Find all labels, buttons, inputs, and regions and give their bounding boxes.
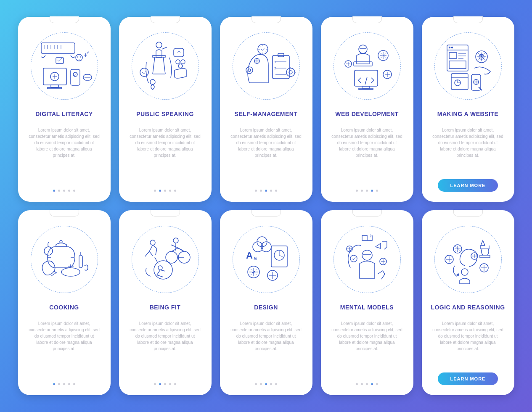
onboarding-card: WEB DEVELOPMENTLorem ipsum dolor sit ame… — [321, 17, 413, 202]
page-indicator — [255, 383, 277, 385]
page-dot[interactable] — [371, 383, 373, 385]
page-dot[interactable] — [260, 190, 262, 192]
onboarding-card: LOGIC AND REASONINGLorem ipsum dolor sit… — [422, 210, 514, 395]
page-dot[interactable] — [356, 190, 358, 192]
self-management-icon: 1 2 — [230, 30, 302, 102]
row-1: DIGITAL LITERACYLorem ipsum dolor sit am… — [18, 17, 514, 202]
page-dot[interactable] — [366, 190, 368, 192]
card-description: Lorem ipsum dolor sit amet, consectetur … — [126, 320, 205, 352]
svg-rect-11 — [153, 55, 165, 57]
card-description: Lorem ipsum dolor sit amet, consectetur … — [227, 127, 306, 158]
phone-notch — [50, 16, 79, 23]
page-dot[interactable] — [53, 383, 55, 385]
page-dot[interactable] — [265, 190, 267, 192]
svg-point-38 — [451, 47, 453, 48]
page-dot[interactable] — [73, 190, 75, 192]
page-dot[interactable] — [366, 383, 368, 385]
page-dot[interactable] — [270, 383, 272, 385]
logic-reasoning-icon — [432, 224, 504, 295]
svg-point-26 — [286, 68, 295, 77]
card-description: Lorem ipsum dolor sit amet, consectetur … — [429, 320, 508, 352]
mental-models-icon — [331, 224, 403, 295]
page-dot[interactable] — [265, 383, 267, 385]
svg-rect-40 — [449, 61, 466, 69]
svg-point-55 — [154, 261, 172, 279]
svg-point-66 — [362, 250, 372, 260]
page-dot[interactable] — [73, 383, 75, 385]
page-dot[interactable] — [68, 190, 70, 192]
svg-point-49 — [61, 268, 80, 276]
card-description: Lorem ipsum dolor sit amet, consectetur … — [328, 127, 407, 158]
svg-rect-16 — [174, 48, 184, 57]
page-dot[interactable] — [164, 190, 166, 192]
page-dot[interactable] — [68, 383, 70, 385]
page-dot[interactable] — [361, 383, 363, 385]
onboarding-card: 1 2 SELF-MANAGEMENTLorem ipsum dolor sit… — [220, 17, 312, 202]
svg-rect-5 — [71, 69, 80, 85]
page-dot[interactable] — [371, 190, 373, 192]
svg-point-52 — [173, 238, 178, 243]
page-dot[interactable] — [58, 190, 60, 192]
svg-point-14 — [181, 60, 185, 64]
phone-notch — [251, 16, 281, 23]
page-dot[interactable] — [58, 383, 60, 385]
being-fit-icon — [130, 224, 201, 295]
svg-point-15 — [178, 64, 183, 68]
page-indicator — [53, 190, 75, 192]
phone-notch — [352, 16, 382, 23]
page-dot[interactable] — [361, 190, 363, 192]
page-dot[interactable] — [260, 383, 262, 385]
page-dot[interactable] — [275, 190, 277, 192]
card-title: MAKING A WEBSITE — [437, 110, 498, 118]
page-dot[interactable] — [164, 383, 166, 385]
phone-notch — [50, 210, 79, 217]
svg-point-17 — [150, 79, 155, 85]
phone-notch — [251, 210, 281, 217]
phone-notch — [453, 16, 483, 23]
page-dot[interactable] — [159, 383, 161, 385]
page-dot[interactable] — [270, 190, 272, 192]
page-dot[interactable] — [376, 383, 378, 385]
svg-rect-30 — [355, 70, 378, 86]
svg-rect-23 — [278, 53, 284, 57]
svg-point-19 — [246, 67, 253, 74]
page-dot[interactable] — [169, 383, 171, 385]
card-title: DESIGN — [254, 304, 278, 311]
onboarding-card: COOKINGLorem ipsum dolor sit amet, conse… — [18, 210, 111, 395]
page-dot[interactable] — [53, 190, 55, 192]
page-dot[interactable] — [174, 190, 176, 192]
card-title: PUBLIC SPEAKING — [136, 110, 194, 118]
page-dot[interactable] — [275, 383, 277, 385]
digital-literacy-icon — [29, 30, 100, 102]
page-dot[interactable] — [376, 190, 378, 192]
svg-rect-62 — [271, 246, 287, 267]
page-dot[interactable] — [154, 383, 156, 385]
page-dot[interactable] — [174, 383, 176, 385]
public-speaking-icon — [130, 30, 201, 102]
page-indicator — [154, 383, 176, 385]
svg-rect-39 — [449, 53, 457, 58]
svg-point-20 — [248, 69, 251, 71]
page-dot[interactable] — [255, 383, 257, 385]
page-dot[interactable] — [255, 190, 257, 192]
page-dot[interactable] — [154, 190, 156, 192]
page-dot[interactable] — [159, 190, 161, 192]
onboarding-card: MAKING A WEBSITELorem ipsum dolor sit am… — [422, 17, 514, 202]
svg-point-12 — [140, 68, 148, 77]
svg-point-47 — [60, 240, 62, 243]
page-dot[interactable] — [63, 383, 65, 385]
card-description: Lorem ipsum dolor sit amet, consectetur … — [227, 320, 306, 352]
page-indicator — [356, 383, 378, 385]
svg-text:a: a — [254, 255, 257, 261]
page-dot[interactable] — [169, 190, 171, 192]
learn-more-button[interactable]: LEARN MORE — [438, 179, 498, 192]
svg-rect-4 — [41, 43, 75, 53]
svg-rect-32 — [359, 88, 373, 90]
learn-more-button[interactable]: LEARN MORE — [438, 372, 498, 385]
page-dot[interactable] — [63, 190, 65, 192]
svg-rect-50 — [79, 255, 82, 268]
onboarding-card: A a DESIGNLorem ipsum dolor sit amet, co… — [220, 210, 312, 395]
card-title: LOGIC AND REASONING — [431, 304, 505, 311]
svg-point-70 — [461, 269, 468, 275]
page-dot[interactable] — [356, 383, 358, 385]
